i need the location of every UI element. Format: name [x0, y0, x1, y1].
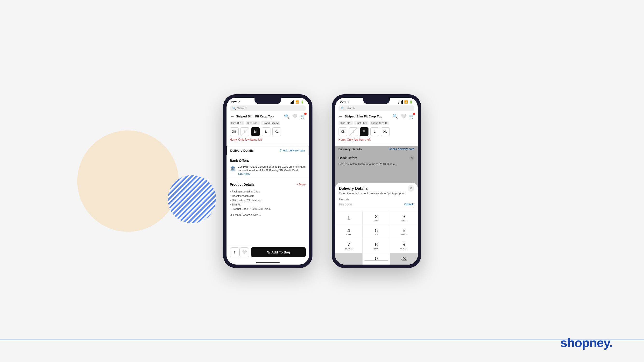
pin-label: Pin code — [339, 198, 414, 201]
phone1-search-bar[interactable]: 🔍 Search — [230, 105, 306, 111]
key-4[interactable]: 4 GHI — [335, 225, 362, 239]
size-s-2[interactable]: S — [349, 127, 358, 136]
phone2-status-icons: 📶 🔋 — [398, 100, 413, 104]
spec-bust: Bust 36" | — [246, 121, 260, 125]
cart-button-2[interactable]: 🛒 — [409, 114, 414, 119]
key-6[interactable]: 6 MNO — [390, 225, 418, 239]
phone2-frame: 22:18 📶 🔋 🔍 Search — [332, 94, 421, 268]
detail-item-1: • Package contains: 1 top — [230, 189, 306, 194]
shopney-logo: shopney. — [560, 336, 612, 350]
wifi-icon: 📶 — [296, 100, 299, 104]
keypad: 1 2 ABC 3 DEF 4 GHI — [335, 211, 418, 265]
share-button[interactable]: ↑ — [230, 247, 240, 257]
spec-brand-2: Brand Size M — [370, 121, 389, 125]
search-button[interactable]: 🔍 — [284, 114, 289, 119]
phone2-nav-left: ← Striped Slim Fit Crop Top — [338, 114, 382, 119]
size-xs-2[interactable]: XS — [338, 127, 347, 136]
key-5[interactable]: 5 JKL — [363, 225, 390, 239]
phone2-nav-bar: ← Striped Slim Fit Crop Top 🔍 🤍 🛒 — [335, 113, 418, 121]
phone1-product-details: • Package contains: 1 top • Machine wash… — [226, 188, 309, 212]
deco-circle — [77, 131, 179, 232]
signal-icon-2 — [398, 100, 403, 104]
phone1-bottom-bar: ↑ 🤍 🛍 Add To Bag — [226, 245, 309, 260]
search-button-2[interactable]: 🔍 — [393, 114, 398, 119]
phone1-nav-bar: ← Striped Slim Fit Crop Top 🔍 🤍 🛒 — [226, 113, 309, 121]
size-m-2[interactable]: M — [360, 127, 368, 136]
wishlist-button-2[interactable]: 🤍 — [401, 114, 406, 119]
page-wrapper: 22:17 📶 🔋 🔍 Search — [0, 0, 644, 362]
bank-icon: 🏦 — [230, 166, 236, 171]
product-details-title: Product Details — [230, 182, 255, 186]
back-button[interactable]: ← — [230, 114, 235, 119]
phone1-time: 22:17 — [231, 100, 240, 104]
divider2 — [226, 179, 309, 179]
size-l[interactable]: L — [262, 127, 270, 136]
spec-hips-2: Hips 39" | — [338, 121, 353, 125]
key-7[interactable]: 7 PQRS — [335, 239, 362, 253]
phone2-nav-title: Striped Slim Fit Crop Top — [345, 115, 382, 118]
tnc-link[interactable]: T&C Apply — [238, 173, 250, 175]
back-button-2[interactable]: ← — [338, 114, 343, 119]
battery-icon: 🔋 — [301, 100, 304, 104]
delivery-modal: ✕ Delivery Details Enter Pincode to chec… — [335, 182, 418, 265]
search-icon-2: 🔍 — [341, 107, 344, 110]
phone2-hurry-text: Hurry, Only few items left — [335, 138, 418, 143]
phone1-nav-left: ← Striped Slim Fit Crop Top — [230, 114, 274, 119]
key-8[interactable]: 8 TUV — [363, 239, 390, 253]
key-3[interactable]: 3 DEF — [390, 211, 418, 225]
detail-item-5: • Product Code : 469300081_black — [230, 207, 306, 211]
phone1-delivery-section[interactable]: Delivery Details Check delivery date — [226, 146, 309, 155]
bank-offer-text: Get 10% Instant Discount of up to Rs.100… — [238, 165, 306, 176]
cart-button[interactable]: 🛒 — [300, 114, 306, 119]
search-label-2: Search — [346, 107, 355, 110]
modal-close-button[interactable]: ✕ — [408, 185, 414, 192]
svg-point-3 — [168, 175, 216, 223]
pin-input-placeholder[interactable]: Pin code — [339, 202, 404, 206]
spec-hips: Hips 39" | — [230, 121, 244, 125]
phone1-nav-icons: 🔍 🤍 🛒 — [284, 114, 306, 119]
size-l-2[interactable]: L — [370, 127, 379, 136]
key-2[interactable]: 2 ABC — [363, 211, 390, 225]
phone1-specs-row: Hips 39" | Bust 36" | Brand Size M — [226, 121, 309, 126]
size-xl-2[interactable]: XL — [381, 127, 390, 136]
phone2-notch — [363, 98, 390, 104]
key-1[interactable]: 1 — [335, 211, 362, 225]
delivery-label: Delivery Details — [230, 149, 254, 153]
phone1-bank-offer: 🏦 Get 10% Instant Discount of up to Rs.1… — [226, 164, 309, 178]
check-button[interactable]: Check — [404, 202, 414, 206]
size-m[interactable]: M — [251, 127, 260, 136]
check-delivery-link[interactable]: Check delivery date — [280, 149, 305, 152]
cart-badge — [304, 113, 307, 115]
pin-input-row: Pin code Check — [339, 202, 414, 208]
phone1-hurry-text: Hurry, Only few items left — [226, 138, 309, 143]
wishlist-add-button[interactable]: 🤍 — [240, 247, 249, 257]
size-xl[interactable]: XL — [272, 127, 281, 136]
wishlist-button[interactable]: 🤍 — [292, 114, 298, 119]
phone1-screen: 22:17 📶 🔋 🔍 Search — [226, 98, 309, 265]
add-to-bag-button[interactable]: 🛍 Add To Bag — [251, 247, 306, 257]
search-icon: 🔍 — [232, 107, 236, 110]
deco-stripes — [168, 175, 216, 223]
phone1-nav-title: Striped Slim Fit Crop Top — [236, 115, 274, 118]
bottom-accent-line — [0, 340, 644, 340]
spec-bust-2: Bust 36" | — [354, 121, 368, 125]
pin-section: Pin code Pin code Check — [335, 198, 418, 211]
key-9[interactable]: 9 WXYZ — [390, 239, 418, 253]
product-more-link[interactable]: + More — [296, 183, 306, 186]
phone1-bank-offers-header: Bank Offers — [226, 156, 309, 164]
detail-item-3: • 98% cotton, 2% elastane — [230, 198, 306, 202]
phone2-search-bar[interactable]: 🔍 Search — [338, 105, 414, 111]
modal-title: Delivery Details — [335, 186, 418, 192]
phone1-content[interactable]: Delivery Details Check delivery date Ban… — [226, 145, 309, 245]
size-s[interactable]: S — [240, 127, 249, 136]
model-text: Our model wears a Size S — [226, 212, 309, 217]
detail-item-2: • Machine wash cold — [230, 194, 306, 198]
divider3 — [335, 144, 418, 144]
phone2-size-row: XS S M L XL — [335, 126, 418, 138]
bank-offers-title: Bank Offers — [230, 159, 249, 163]
phone2-nav-icons: 🔍 🤍 🛒 — [393, 114, 414, 119]
phone1-frame: 22:17 📶 🔋 🔍 Search — [223, 94, 312, 268]
detail-item-4: • Slim Fit — [230, 202, 306, 207]
wifi-icon-2: 📶 — [404, 100, 408, 104]
size-xs[interactable]: XS — [230, 127, 238, 136]
